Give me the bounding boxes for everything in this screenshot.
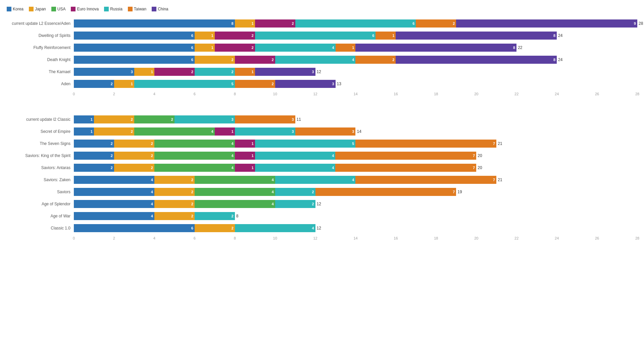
x-axis-tick: 0 <box>73 236 75 240</box>
x-axis-tick: 12 <box>313 92 317 96</box>
bar-segment-usa: 4 <box>195 188 275 196</box>
bar-container: 81262928 <box>74 19 637 28</box>
x-axis-tick: 8 <box>234 92 236 96</box>
bar-container: 4242719 <box>74 188 637 196</box>
chart-section-1: current update L2 Essence/Aden81262928Dw… <box>7 18 637 97</box>
bar-segment-japan: 2 <box>154 176 195 184</box>
legend-label: Russia <box>110 7 122 11</box>
row-label: Dwelling of Spirits <box>7 33 74 38</box>
chart-row: Aden2152313 <box>7 79 637 89</box>
chart-area-2: current update l2 Classic1223311Secret o… <box>7 114 637 235</box>
bar-segment-taiwan: 7 <box>355 140 496 148</box>
bar-container: 4244721 <box>74 176 637 184</box>
bar-segment-usa: 4 <box>195 176 275 184</box>
chart-row: Age of Splendor424212 <box>7 199 637 209</box>
x-axis-tick: 24 <box>555 236 559 240</box>
bar-segment-usa: 4 <box>154 140 235 148</box>
x-axis-tick: 14 <box>353 92 357 96</box>
x-axis-tick: 2 <box>113 236 115 240</box>
bar-segment-euro_innova: 2 <box>255 19 295 28</box>
total-label: 12 <box>317 202 321 206</box>
row-label: Saviors: Zaken <box>7 177 74 182</box>
bar-segment-china: 3 <box>255 68 315 76</box>
bar-segment-korea: 4 <box>74 188 154 196</box>
bar-segment-taiwan: 7 <box>335 152 476 160</box>
bar-segment-russia: 2 <box>195 212 235 220</box>
bar-segment-korea: 8 <box>74 19 235 28</box>
x-axis-tick: 22 <box>514 92 518 96</box>
x-axis-tick: 10 <box>273 92 277 96</box>
legend-color-usa <box>51 7 56 11</box>
bar-segment-taiwan: 7 <box>355 176 496 184</box>
bar-segment-euro_innova: 2 <box>235 56 275 64</box>
row-label: Age of Splendor <box>7 202 74 206</box>
x-axis-tick: 26 <box>595 236 599 240</box>
total-label: 13 <box>337 82 341 86</box>
bar-segment-korea: 6 <box>74 44 195 52</box>
row-label: current update L2 Essence/Aden <box>7 21 74 26</box>
bar-segment-taiwan: 3 <box>295 127 356 136</box>
bar-segment-russia: 6 <box>295 19 416 28</box>
legend-item-china: China <box>152 7 168 11</box>
legend-item-korea: Korea <box>7 7 23 11</box>
bar-segment-russia: 3 <box>175 115 235 123</box>
legend-color-china <box>152 7 156 11</box>
x-axis-tick: 16 <box>394 236 398 240</box>
bar-segment-usa: 2 <box>134 115 175 123</box>
bar-segment-euro_innova: 2 <box>215 44 255 52</box>
row-label: Saviors <box>7 190 74 194</box>
bar-segment-korea: 4 <box>74 212 154 220</box>
x-axis-tick: 22 <box>514 236 518 240</box>
legend-item-taiwan: Taiwan <box>128 7 146 11</box>
chart-row: Saviors4242719 <box>7 187 637 197</box>
bar-container: 61261824 <box>74 32 637 40</box>
x-axis-tick: 28 <box>635 236 639 240</box>
x-axis-tick: 10 <box>273 236 277 240</box>
bar-container: 61241822 <box>74 44 637 52</box>
bar-segment-japan: 2 <box>154 188 195 196</box>
legend-item-russia: Russia <box>104 7 122 11</box>
bar-segment-japan: 1 <box>195 44 215 52</box>
legend-color-korea <box>7 7 11 11</box>
bar-segment-japan: 2 <box>114 152 154 160</box>
bar-segment-euro_innova: 2 <box>215 32 255 40</box>
bar-segment-usa: 4 <box>154 164 235 172</box>
x-axis-tick: 18 <box>434 92 438 96</box>
bar-segment-korea: 1 <box>74 115 94 123</box>
legend: KoreaJapanUSAEuro InnovaRussiaTaiwanChin… <box>7 7 637 11</box>
bar-segment-russia: 2 <box>195 68 235 76</box>
chart-row: Death Knight62242824 <box>7 54 637 65</box>
x-axis-tick: 8 <box>234 236 236 240</box>
bar-segment-korea: 2 <box>74 140 114 148</box>
row-label: Saviors: King of the Spirit <box>7 153 74 158</box>
chart-row: The Seven Signs22415721 <box>7 138 637 149</box>
bar-container: 424212 <box>74 200 637 208</box>
x-axis-tick: 12 <box>313 236 317 240</box>
bar-container: 22414720 <box>74 164 637 172</box>
bar-segment-russia: 4 <box>235 224 315 232</box>
bar-segment-japan: 2 <box>94 115 134 123</box>
bar-segment-korea: 4 <box>74 200 154 208</box>
legend-label: Korea <box>13 7 23 11</box>
legend-label: USA <box>57 7 66 11</box>
bar-segment-japan: 2 <box>154 212 195 220</box>
bar-segment-russia: 2 <box>275 188 315 196</box>
total-label: 24 <box>558 57 562 62</box>
row-label: Age of War <box>7 214 74 218</box>
x-axis-tick: 16 <box>394 92 398 96</box>
bar-segment-korea: 2 <box>74 164 114 172</box>
bar-segment-japan: 1 <box>235 19 255 28</box>
bar-segment-russia: 4 <box>275 56 356 64</box>
chart-section-2: current update l2 Classic1223311Secret o… <box>7 114 637 242</box>
total-label: 22 <box>518 45 522 50</box>
row-label: The Kamael <box>7 69 74 74</box>
bar-segment-korea: 6 <box>74 224 195 232</box>
bar-container: 2152313 <box>74 80 637 88</box>
bar-segment-russia: 2 <box>275 200 315 208</box>
row-label: Aden <box>7 82 74 86</box>
total-label: 12 <box>317 226 321 230</box>
bar-segment-korea: 3 <box>74 68 134 76</box>
x-axis-tick: 24 <box>555 92 559 96</box>
bar-container: 1223311 <box>74 115 637 123</box>
bar-segment-russia: 4 <box>255 164 336 172</box>
